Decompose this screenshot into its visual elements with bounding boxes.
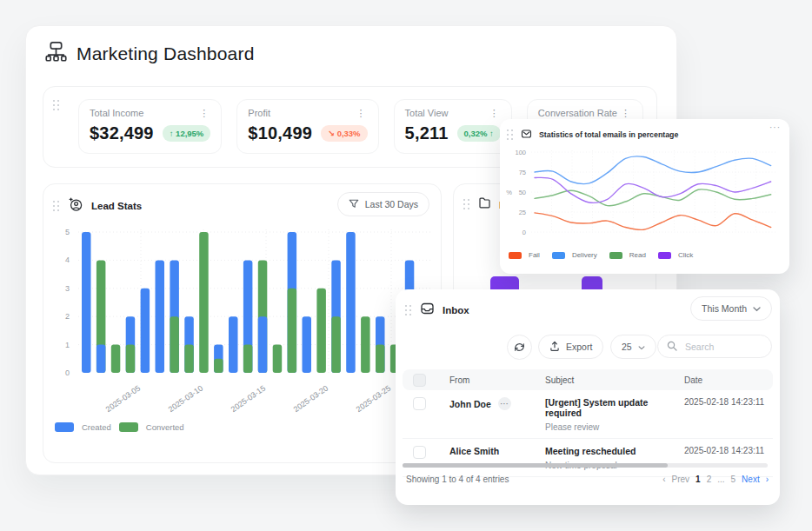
search-input[interactable]	[683, 341, 765, 353]
kebab-menu-icon[interactable]: ⋮	[197, 109, 210, 117]
next-button[interactable]: Next	[742, 475, 760, 484]
stat-label: Conversation Rate	[538, 108, 617, 118]
kebab-menu-icon[interactable]: ⋮	[355, 109, 368, 117]
inbox-icon	[420, 302, 435, 319]
prev-button[interactable]: Prev	[672, 475, 690, 484]
svg-text:4: 4	[65, 256, 70, 264]
stat-value: 5,211	[405, 123, 449, 143]
funnel-icon	[349, 199, 359, 210]
email-card-menu-icon[interactable]: ···	[769, 123, 781, 132]
svg-text:%: %	[506, 189, 512, 196]
leads-icon	[68, 196, 83, 216]
stat-label: Total Income	[90, 108, 143, 118]
inbox-title: Inbox	[443, 305, 469, 315]
table-row[interactable]: John Doe ··· [Urgent] System update requ…	[403, 390, 773, 439]
page-size-select[interactable]: 25	[610, 335, 656, 359]
period-label: This Month	[702, 303, 747, 314]
email-subject: [Urgent] System update required	[545, 397, 684, 418]
kebab-menu-icon[interactable]: ⋮	[488, 109, 501, 117]
lead-stats-card: Lead Stats Last 30 Days 0123452025-03-05…	[43, 183, 442, 463]
page-1-button[interactable]: 1	[696, 475, 701, 484]
svg-text:2025-03-20: 2025-03-20	[292, 383, 329, 414]
email-stats-title: Statistics of total emails in percentage	[539, 130, 678, 139]
page-5-button[interactable]: 5	[731, 475, 736, 484]
chevron-down-icon	[753, 303, 761, 314]
sender-name: Alice Smith	[449, 446, 499, 456]
created-legend-swatch	[55, 422, 74, 432]
folder-icon	[478, 196, 491, 213]
stat-card-total-view: Total View ⋮ 5,211 0,32% ↑	[394, 99, 512, 154]
refresh-button[interactable]	[507, 335, 532, 360]
lead-stats-legend: Created Converted	[55, 422, 184, 432]
export-label: Export	[566, 342, 592, 352]
click-legend-swatch	[658, 252, 671, 259]
email-preview: Please review	[545, 422, 684, 432]
kebab-menu-icon[interactable]: ⋮	[619, 109, 632, 117]
stat-value: $10,499	[248, 123, 312, 143]
status-badge: ↑ 12,95%	[163, 125, 211, 142]
fail-legend-label: Fail	[529, 251, 540, 259]
email-subject: Meeting rescheduled	[545, 446, 684, 456]
email-stats-legend: Fail Delivery Read Click	[509, 251, 698, 259]
inbox-table: From Subject Date John Doe ··· [Urgent] …	[403, 369, 773, 477]
lead-stats-title: Lead Stats	[91, 201, 142, 211]
next-chevron-icon[interactable]: ›	[766, 475, 769, 484]
period-select[interactable]: This Month	[690, 296, 772, 321]
lead-stats-bar-chart: 0123452025-03-052025-03-102025-03-152025…	[43, 219, 441, 421]
page-size-value: 25	[622, 342, 632, 352]
svg-text:2025-03-25: 2025-03-25	[355, 383, 392, 414]
created-legend-label: Created	[82, 422, 111, 432]
svg-text:2025-03-05: 2025-03-05	[104, 383, 142, 414]
folder-card-drag-handle[interactable]	[463, 199, 470, 210]
refresh-icon	[514, 342, 525, 353]
status-badge: 0,32% ↑	[457, 125, 501, 142]
stat-label: Total View	[405, 108, 449, 118]
delivery-legend-swatch	[552, 252, 565, 259]
email-card-drag-handle[interactable]	[507, 129, 514, 141]
read-legend-label: Read	[629, 251, 646, 259]
column-header-subject: Subject	[545, 375, 684, 385]
table-row[interactable]: Alice Smith Meeting rescheduled New time…	[403, 439, 773, 477]
svg-text:100: 100	[515, 149, 526, 156]
converted-legend-swatch	[119, 422, 138, 432]
chevron-down-icon	[638, 342, 645, 352]
export-icon	[549, 341, 560, 354]
stat-value: $32,499	[90, 123, 154, 143]
svg-text:50: 50	[519, 189, 526, 196]
row-checkbox[interactable]	[413, 397, 426, 410]
stat-card-total-income: Total Income ⋮ $32,499 ↑ 12,95%	[78, 99, 222, 154]
stats-drag-handle[interactable]	[53, 100, 60, 111]
row-checkbox[interactable]	[413, 446, 426, 459]
email-stats-card: Statistics of total emails in percentage…	[500, 119, 789, 274]
svg-text:0: 0	[65, 368, 70, 377]
prev-chevron-icon[interactable]: ‹	[662, 475, 665, 484]
envelope-icon	[521, 127, 532, 143]
svg-text:3: 3	[65, 284, 70, 293]
select-all-checkbox[interactable]	[413, 374, 426, 387]
svg-text:2: 2	[65, 312, 70, 321]
inbox-drag-handle[interactable]	[405, 305, 412, 316]
click-legend-label: Click	[678, 251, 693, 259]
column-header-date: Date	[684, 375, 773, 385]
table-header-row: From Subject Date	[403, 369, 773, 390]
svg-text:2025-03-10: 2025-03-10	[167, 383, 204, 414]
fail-legend-swatch	[509, 252, 522, 259]
email-date: 2025-02-18 14:23:11	[684, 397, 773, 407]
inbox-toolbar: Export 25	[396, 335, 780, 358]
row-menu-icon[interactable]: ···	[498, 397, 511, 410]
svg-text:5: 5	[65, 228, 70, 236]
svg-text:25: 25	[519, 209, 526, 216]
page-2-button[interactable]: 2	[707, 475, 712, 484]
horizontal-scrollbar-thumb[interactable]	[403, 463, 668, 468]
page-ellipsis: ...	[717, 475, 724, 484]
sender-name: John Doe	[449, 399, 491, 409]
email-stats-line-chart: 0255075100%	[500, 143, 789, 246]
delivery-legend-label: Delivery	[572, 251, 597, 259]
svg-text:2025-03-15: 2025-03-15	[230, 383, 267, 414]
stat-label: Profit	[248, 108, 270, 118]
inbox-card: Inbox This Month Export 25	[396, 289, 780, 505]
search-field	[657, 335, 772, 358]
last-30-days-filter-button[interactable]: Last 30 Days	[337, 192, 429, 216]
lead-stats-drag-handle[interactable]	[53, 201, 60, 212]
export-button[interactable]: Export	[538, 335, 603, 359]
